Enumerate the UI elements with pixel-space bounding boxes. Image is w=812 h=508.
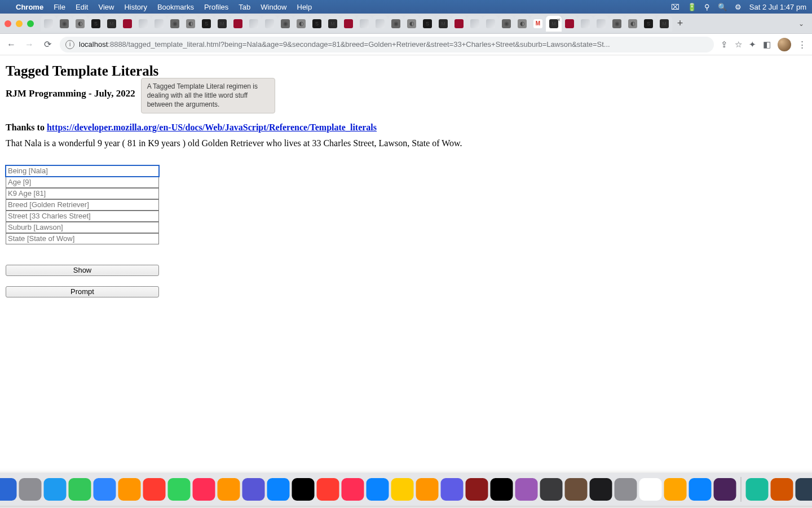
menubar-item[interactable]: Window (261, 3, 286, 11)
browser-tab[interactable]: ◐ (72, 16, 88, 32)
browser-tab[interactable]: S (420, 16, 435, 32)
browser-tab[interactable] (135, 16, 151, 32)
dock-app-icon[interactable] (193, 478, 215, 501)
browser-tab[interactable] (230, 16, 246, 32)
browser-tab[interactable] (356, 16, 372, 32)
browser-tab[interactable] (562, 16, 577, 32)
browser-tab[interactable]: ◉ (167, 16, 183, 32)
dock-app-icon[interactable] (367, 478, 389, 501)
show-button[interactable]: Show (6, 265, 159, 276)
dock-app-icon[interactable] (69, 478, 91, 501)
browser-tab[interactable]: M (325, 16, 341, 32)
dock-app-icon[interactable] (796, 478, 813, 501)
browser-tab[interactable]: ◉ (56, 16, 72, 32)
dock-app-icon[interactable] (639, 478, 662, 501)
browser-tab[interactable] (467, 16, 483, 32)
close-tab-icon[interactable]: × (557, 17, 561, 23)
dock-app-icon[interactable] (714, 478, 736, 501)
browser-tab[interactable]: ◐ (625, 16, 641, 32)
bluetooth-icon[interactable]: ⌧ (671, 3, 679, 11)
browser-tab[interactable]: M (214, 16, 230, 32)
battery-icon[interactable]: 🔋 (687, 3, 696, 11)
browser-tab[interactable] (451, 16, 467, 32)
browser-tab[interactable]: M (104, 16, 120, 32)
browser-tab[interactable] (341, 16, 356, 32)
site-info-icon[interactable]: i (65, 40, 74, 49)
close-window-button[interactable] (5, 20, 11, 27)
prompt-button[interactable]: Prompt (6, 286, 159, 297)
browser-tab[interactable] (41, 16, 56, 32)
spotlight-icon[interactable]: 🔍 (718, 3, 727, 11)
browser-tab[interactable]: M (656, 16, 672, 32)
being-input[interactable] (6, 165, 159, 177)
browser-tab[interactable] (483, 16, 498, 32)
browser-tab[interactable]: ◐ (183, 16, 198, 32)
dock-app-icon[interactable] (168, 478, 191, 501)
dock-app-icon[interactable] (771, 478, 793, 501)
dock-app-icon[interactable] (491, 478, 513, 501)
new-tab-button[interactable]: + (673, 17, 687, 29)
dock-app-icon[interactable] (466, 478, 488, 501)
browser-tab[interactable] (593, 16, 609, 32)
dock-app-icon[interactable] (317, 478, 339, 501)
dock-app-icon[interactable] (44, 478, 67, 501)
menubar-item[interactable]: Edit (76, 3, 88, 11)
state-input[interactable] (6, 233, 159, 244)
dock-app-icon[interactable] (441, 478, 464, 501)
extensions-icon[interactable]: ✦ (749, 40, 756, 50)
browser-tab[interactable]: S (309, 16, 325, 32)
dock-app-icon[interactable] (19, 478, 42, 501)
forward-button[interactable]: → (24, 40, 35, 50)
menubar-clock[interactable]: Sat 2 Jul 1:47 pm (749, 3, 806, 11)
breed-input[interactable] (6, 199, 159, 211)
browser-tab[interactable]: ◐ (293, 16, 309, 32)
browser-tab[interactable] (151, 16, 167, 32)
browser-tab[interactable]: ◉ (498, 16, 514, 32)
chrome-menu-icon[interactable]: ⋮ (798, 40, 806, 50)
dock-app-icon[interactable] (391, 478, 414, 501)
dock-app-icon[interactable] (416, 478, 439, 501)
dock-app-icon[interactable] (0, 478, 17, 501)
age-input[interactable] (6, 177, 159, 188)
dock-app-icon[interactable] (746, 478, 769, 501)
dock-app-icon[interactable] (590, 478, 612, 501)
menubar-item[interactable]: History (124, 3, 147, 11)
dock-app-icon[interactable] (218, 478, 240, 501)
browser-tab[interactable]: M× (546, 16, 562, 32)
dock-app-icon[interactable] (540, 478, 563, 501)
browser-tab[interactable] (372, 16, 388, 32)
bookmark-star-icon[interactable]: ☆ (735, 40, 742, 50)
menubar-item[interactable]: Tab (239, 3, 250, 11)
browser-tab[interactable]: ◐ (514, 16, 530, 32)
thanks-link[interactable]: https://developer.mozilla.org/en-US/docs… (47, 122, 377, 132)
dock-app-icon[interactable] (615, 478, 637, 501)
menubar-item[interactable]: Bookmarks (157, 3, 194, 11)
dock-app-icon[interactable] (292, 478, 315, 501)
menubar-item[interactable]: Profiles (204, 3, 228, 11)
address-bar[interactable]: i localhost:8888/tagged_template_literal… (60, 37, 714, 52)
menubar-item[interactable]: View (98, 3, 114, 11)
dock-app-icon[interactable] (664, 478, 687, 501)
browser-tab[interactable]: ◉ (277, 16, 293, 32)
browser-tab[interactable]: M (530, 16, 546, 32)
browser-tab[interactable] (246, 16, 262, 32)
tab-overflow-button[interactable]: ⌄ (798, 20, 807, 28)
browser-tab[interactable]: ◉ (609, 16, 625, 32)
dock-app-icon[interactable] (118, 478, 141, 501)
menubar-item[interactable]: Help (297, 3, 312, 11)
dock-app-icon[interactable] (515, 478, 538, 501)
browser-tab[interactable] (577, 16, 593, 32)
browser-tab[interactable]: S (198, 16, 214, 32)
reload-button[interactable]: ⟳ (42, 39, 53, 50)
dock-app-icon[interactable] (267, 478, 290, 501)
control-center-icon[interactable]: ⚙ (735, 3, 742, 11)
k9age-input[interactable] (6, 188, 159, 199)
dock-app-icon[interactable] (94, 478, 116, 501)
menubar-app[interactable]: Chrome (16, 3, 43, 11)
dock-app-icon[interactable] (242, 478, 265, 501)
wifi-icon[interactable]: ⚲ (704, 3, 710, 11)
side-panel-icon[interactable]: ◧ (763, 40, 771, 50)
browser-tab[interactable]: ◉ (388, 16, 404, 32)
browser-tab[interactable]: S (88, 16, 104, 32)
dock-app-icon[interactable] (565, 478, 588, 501)
